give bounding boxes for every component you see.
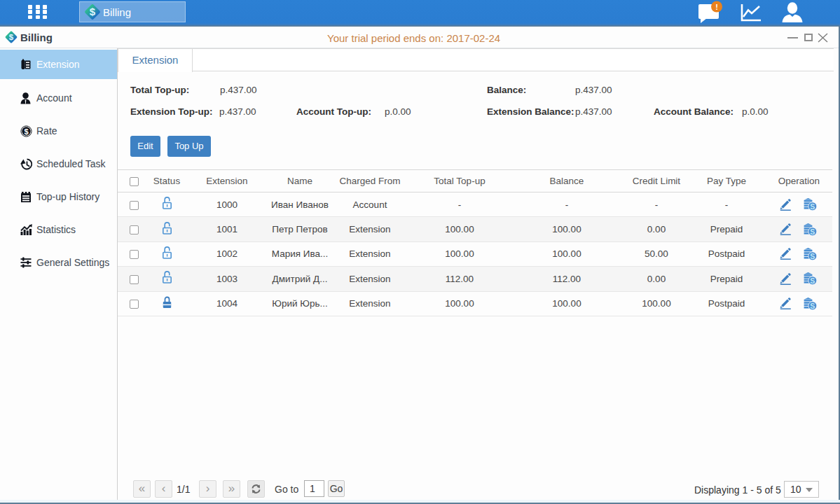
svg-text:$: $	[9, 33, 14, 41]
svg-text:S: S	[810, 202, 815, 211]
svg-text:$: $	[24, 127, 28, 135]
svg-text:$: $	[90, 6, 96, 18]
svg-text:S: S	[810, 276, 815, 285]
svg-text:S: S	[810, 301, 815, 309]
svg-text:S: S	[810, 227, 815, 235]
svg-text:!: !	[715, 3, 718, 11]
svg-text:S: S	[810, 252, 815, 260]
